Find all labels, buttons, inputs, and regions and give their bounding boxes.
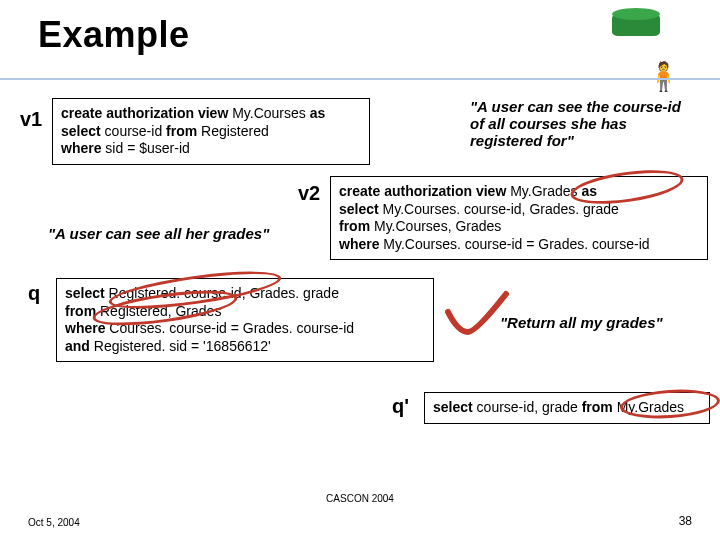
title-underline [0,78,720,80]
v2-line1: create authorization view My.Grades as [339,183,699,201]
label-v1: v1 [20,108,42,131]
footer-page: 38 [679,514,692,528]
q-line3: where Courses. course-id = Grades. cours… [65,320,425,338]
box-v2: create authorization view My.Grades as s… [330,176,708,260]
caption-v2: "A user can see all her grades" [48,225,308,242]
v1-line2: select course-id from Registered [61,123,361,141]
q-line4: and Registered. sid = '16856612' [65,338,425,356]
box-q: select Registered. course-id, Grades. gr… [56,278,434,362]
label-q: q [28,282,40,305]
v1-line3: where sid = $user-id [61,140,361,158]
label-v2: v2 [298,182,320,205]
q-line2: from Registered, Grades [65,303,425,321]
database-icon [612,8,660,42]
label-qprime: q' [392,395,409,418]
footer-date: Oct 5, 2004 [28,517,80,528]
q-line1: select Registered. course-id, Grades. gr… [65,285,425,303]
box-qprime: select course-id, grade from My.Grades [424,392,710,424]
v2-line2: select My.Courses. course-id, Grades. gr… [339,201,699,219]
footer-venue: CASCON 2004 [0,493,720,504]
v2-line3: from My.Courses, Grades [339,218,699,236]
caption-q: "Return all my grades" [500,314,663,331]
v1-line1: create authorization view My.Courses as [61,105,361,123]
v2-line4: where My.Courses. course-id = Grades. co… [339,236,699,254]
box-v1: create authorization view My.Courses as … [52,98,370,165]
qprime-text: select course-id, grade from My.Grades [433,399,684,415]
caption-v1: "A user can see the course-id of all cou… [470,98,690,149]
page-title: Example [38,14,190,56]
